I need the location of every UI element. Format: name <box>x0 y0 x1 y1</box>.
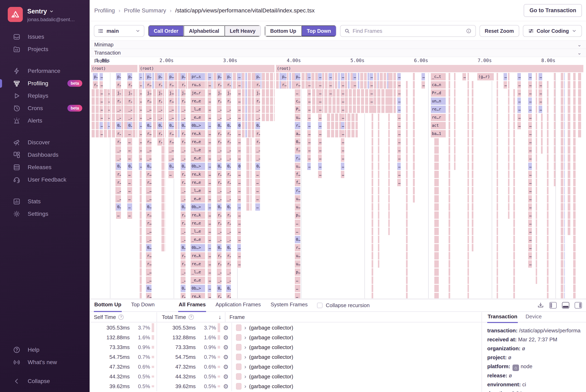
flame-cell[interactable]: r… <box>217 252 222 260</box>
flame-cell[interactable]: … <box>237 138 241 146</box>
flame-cell[interactable]: j… <box>226 89 231 97</box>
flame-cell[interactable]: … <box>528 203 532 211</box>
flame-cell[interactable]: … <box>538 81 542 89</box>
flame-cell[interactable]: … <box>307 97 311 106</box>
flame-cell[interactable]: … <box>397 122 401 130</box>
flame-cell[interactable]: … <box>116 211 121 220</box>
flame-cell[interactable]: … <box>208 187 212 195</box>
flame-cell[interactable]: … <box>139 89 142 97</box>
flame-cell[interactable]: _… <box>217 276 222 284</box>
flame-cell[interactable]: … <box>307 130 311 138</box>
flame-cell[interactable]: a… <box>295 130 301 138</box>
flame-cell[interactable]: r… <box>226 170 231 179</box>
flame-cell[interactable]: r… <box>146 220 152 228</box>
flame-cell[interactable]: _e…e <box>191 236 205 244</box>
flame-cell[interactable]: r… <box>255 138 260 146</box>
frame-settings-gear-icon[interactable]: ⚙ <box>220 363 232 370</box>
breadcrumb-item[interactable]: Profile Summary <box>124 7 166 14</box>
flame-cell[interactable]: _… <box>226 106 231 114</box>
flame-cell[interactable]: r… <box>116 138 121 146</box>
flame-cell[interactable]: r…e <box>146 97 152 106</box>
flame-cell[interactable]: … <box>237 211 241 220</box>
flame-cell[interactable]: … <box>255 195 260 203</box>
flame-cell[interactable]: … <box>503 81 507 89</box>
flame-cell[interactable]: 0… <box>181 162 186 170</box>
flame-cell[interactable]: … <box>528 122 532 130</box>
flame-cell[interactable]: r… <box>181 220 186 228</box>
flame-cell[interactable]: r… <box>146 293 152 298</box>
flame-cell[interactable]: … <box>237 130 241 138</box>
flame-cell[interactable]: r…e <box>168 97 174 106</box>
flame-cell[interactable]: u… <box>295 203 301 211</box>
flame-cell[interactable]: _… <box>226 228 231 236</box>
flame-cell[interactable]: p…s <box>168 73 174 81</box>
flame-root-cell[interactable]: (root) <box>91 65 138 73</box>
flame-cell[interactable]: … <box>139 122 142 130</box>
flame-cell[interactable]: 0… <box>237 162 241 170</box>
flame-cell[interactable]: ru…s <box>191 81 205 89</box>
frame-column-header[interactable]: Frame <box>225 312 481 322</box>
flame-cell[interactable]: _e…e <box>191 114 205 122</box>
flame-cell[interactable]: act <box>431 122 446 130</box>
flame-cell[interactable]: _l…e <box>191 146 205 154</box>
flame-cell[interactable]: … <box>237 146 241 154</box>
tab-bottom-up[interactable]: Bottom Up <box>94 298 122 312</box>
flame-cell[interactable]: … <box>528 220 532 228</box>
flame-cell[interactable]: … <box>100 130 103 138</box>
flame-cell[interactable]: … <box>208 73 212 81</box>
flame-cell[interactable]: _… <box>168 154 174 162</box>
flame-cell[interactable]: … <box>528 244 532 252</box>
flame-cell[interactable]: … <box>208 114 212 122</box>
table-row[interactable]: 132.88ms1.6%132.88ms1.6%⚙›(garbage colle… <box>90 332 481 342</box>
table-row[interactable]: 44.32ms0.5%44.32ms0.5%⚙›(garbage collect… <box>90 372 481 382</box>
flame-cell[interactable]: … <box>517 81 521 89</box>
flame-cell[interactable]: 0b…> <box>191 284 205 293</box>
flame-cell[interactable]: p… <box>217 73 222 81</box>
flame-cell[interactable]: re…e <box>191 220 205 228</box>
flame-cell[interactable]: r… <box>116 130 121 138</box>
flame-cell[interactable]: … <box>237 236 241 244</box>
flame-cell[interactable]: _… <box>116 106 121 114</box>
flame-cell[interactable]: _… <box>181 228 186 236</box>
flame-cell[interactable]: … <box>237 97 241 106</box>
flame-cell[interactable]: … <box>318 138 322 146</box>
flame-cell[interactable]: _l…e <box>191 106 205 114</box>
flame-cell[interactable] <box>434 138 439 146</box>
flame-cell[interactable]: … <box>341 170 345 179</box>
sidebar-item-user-feedback[interactable]: User Feedback <box>0 174 90 186</box>
flame-cell[interactable]: r… <box>226 130 231 138</box>
flame-cell[interactable]: _… <box>181 106 186 114</box>
flame-cell[interactable]: r… <box>127 81 132 89</box>
color-coding-dropdown[interactable]: Color Coding <box>523 25 582 37</box>
flame-cell[interactable]: re…k <box>191 211 205 220</box>
flame-cell[interactable]: … <box>208 154 212 162</box>
download-icon[interactable] <box>537 302 544 309</box>
flame-cell[interactable]: _… <box>226 187 231 195</box>
flame-cell[interactable]: … <box>100 114 103 122</box>
breadcrumb-item[interactable]: Profiling <box>94 7 115 14</box>
flame-cell[interactable]: 0… <box>181 284 186 293</box>
table-row[interactable]: 73.33ms0.9%73.33ms0.9%⚙›(garbage collect… <box>90 342 481 352</box>
flame-root-cell[interactable]: (root) <box>276 65 584 73</box>
flame-cell[interactable] <box>434 268 439 276</box>
sidebar-item-profiling[interactable]: Profilingbeta <box>0 77 90 90</box>
flame-cell[interactable]: r… <box>181 260 186 268</box>
flame-cell[interactable]: _… <box>217 195 222 203</box>
flame-cell[interactable]: p… <box>157 73 163 81</box>
flame-cell[interactable]: 0…> <box>168 162 174 170</box>
flame-cell[interactable]: … <box>237 106 241 114</box>
flame-cell[interactable]: 0… <box>226 284 231 293</box>
flame-cell[interactable]: r… <box>255 97 260 106</box>
flame-cell[interactable]: … <box>528 252 532 260</box>
flame-cell[interactable]: _l…e <box>191 228 205 236</box>
flame-cell[interactable]: r… <box>127 97 132 106</box>
flame-cell[interactable]: r… <box>226 81 231 89</box>
flame-cell[interactable]: … <box>208 122 212 130</box>
flame-cell[interactable]: … <box>237 203 241 211</box>
sort-call-order[interactable]: Call Order <box>148 26 184 36</box>
flame-cell[interactable]: r… <box>226 179 231 187</box>
sidebar-item-issues[interactable]: Issues <box>0 30 90 43</box>
flame-cell[interactable]: … <box>208 170 212 179</box>
flame-cell[interactable]: … <box>341 154 345 162</box>
flame-cell[interactable]: _… <box>226 146 231 154</box>
